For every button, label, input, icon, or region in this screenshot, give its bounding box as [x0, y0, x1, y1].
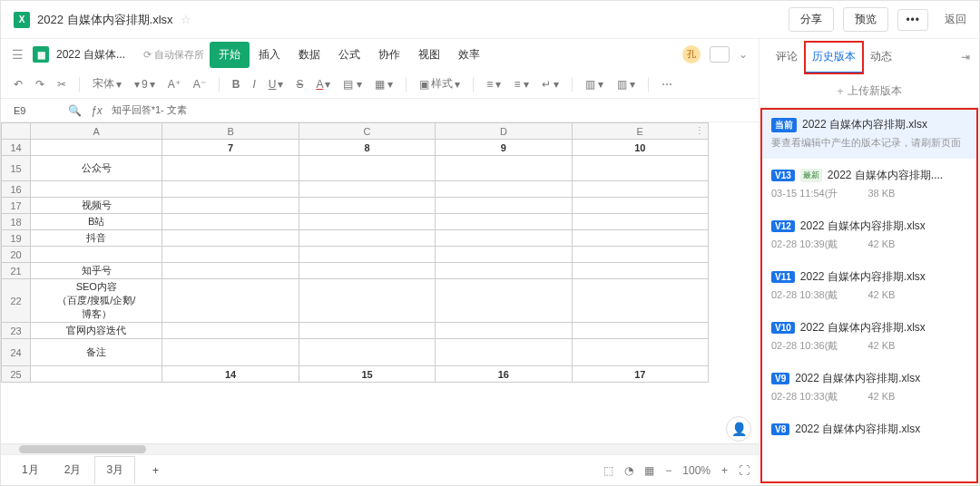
cell-17-0[interactable]: 视频号	[31, 198, 162, 214]
version-item-3[interactable]: V112022 自媒体内容排期.xlsx02-28 10:38(戴 42 KB	[760, 260, 978, 311]
panel-tab-1[interactable]: 历史版本	[805, 42, 863, 73]
horizontal-scrollbar[interactable]	[1, 443, 759, 454]
row-header-17[interactable]: 17	[2, 198, 31, 214]
cell-21-3[interactable]	[436, 263, 572, 279]
menu-item-6[interactable]: 效率	[449, 42, 489, 68]
align-left-icon[interactable]: ≡ ▾	[486, 78, 501, 91]
cell-22-2[interactable]	[299, 279, 435, 323]
status-icon-1[interactable]: ⬚	[603, 464, 613, 477]
zoom-in-icon[interactable]: +	[721, 464, 728, 477]
cell-23-3[interactable]	[436, 323, 572, 339]
cell-22-0[interactable]: SEO内容（百度/搜狐/企鹅/博客）	[31, 279, 162, 323]
row-header-24[interactable]: 24	[2, 339, 31, 366]
font-size[interactable]: ▾ 9 ▾	[134, 78, 155, 91]
row-header-14[interactable]: 14	[2, 140, 31, 156]
cell-17-3[interactable]	[436, 198, 572, 214]
cell-25-0[interactable]	[31, 366, 162, 383]
cell-14-2[interactable]: 8	[299, 140, 435, 156]
cell-20-1[interactable]	[162, 247, 299, 263]
menu-item-0[interactable]: 开始	[210, 42, 250, 68]
spreadsheet-grid[interactable]: ABCDE⋮147891015公众号1617视频号18B站19抖音2021知乎号…	[1, 122, 759, 443]
row-header-23[interactable]: 23	[2, 323, 31, 339]
version-item-1[interactable]: V13最新2022 自媒体内容排期....03-15 11:54(升 38 KB	[760, 159, 978, 209]
cell-18-1[interactable]	[162, 214, 299, 230]
zoom-out-icon[interactable]: −	[665, 464, 671, 477]
grid-icon[interactable]: ▦	[644, 464, 654, 477]
cell-18-3[interactable]	[436, 214, 572, 230]
cell-25-2[interactable]: 15	[299, 366, 435, 383]
cell-23-0[interactable]: 官网内容迭代	[31, 323, 162, 339]
cell-24-4[interactable]	[572, 339, 708, 366]
cell-14-4[interactable]: 10	[572, 140, 708, 156]
sheet-tab-0[interactable]: 1月	[10, 456, 51, 484]
search-icon[interactable]: 🔍	[68, 104, 82, 117]
align-v-icon[interactable]: ≡ ▾	[514, 78, 528, 91]
col-header-B[interactable]: B	[162, 123, 299, 140]
overflow-icon[interactable]: ⋯	[662, 78, 672, 91]
cell-17-2[interactable]	[299, 198, 435, 214]
cell-22-3[interactable]	[436, 279, 572, 323]
cell-reference[interactable]: E9	[14, 105, 59, 116]
doc-tab-name[interactable]: 2022 自媒体...	[56, 47, 125, 63]
cell-15-0[interactable]: 公众号	[31, 156, 162, 181]
increase-font-icon[interactable]: A⁺	[168, 78, 181, 91]
row-header-18[interactable]: 18	[2, 214, 31, 230]
cell-15-1[interactable]	[162, 156, 299, 181]
row-header-22[interactable]: 22	[2, 279, 31, 323]
italic-icon[interactable]: I	[252, 78, 255, 91]
cell-18-0[interactable]: B站	[31, 214, 162, 230]
cell-16-2[interactable]	[299, 181, 435, 198]
cell-20-4[interactable]	[572, 247, 708, 263]
cell-15-2[interactable]	[299, 156, 435, 181]
fullscreen-icon[interactable]: ⛶	[739, 464, 750, 477]
cell-21-2[interactable]	[299, 263, 435, 279]
menu-item-3[interactable]: 公式	[329, 42, 369, 68]
decrease-font-icon[interactable]: A⁻	[193, 78, 206, 91]
font-color-icon[interactable]: A ▾	[316, 78, 330, 91]
cell-14-3[interactable]: 9	[436, 140, 572, 156]
menu-item-4[interactable]: 协作	[369, 42, 409, 68]
cell-20-3[interactable]	[436, 247, 572, 263]
add-sheet-button[interactable]: +	[141, 458, 171, 483]
cell-16-0[interactable]	[31, 181, 162, 198]
cell-23-4[interactable]	[572, 323, 708, 339]
version-item-2[interactable]: V122022 自媒体内容排期.xlsx02-28 10:39(戴 42 KB	[760, 209, 978, 260]
cell-20-2[interactable]	[299, 247, 435, 263]
menu-item-5[interactable]: 视图	[409, 42, 449, 68]
sheet-tab-1[interactable]: 2月	[53, 456, 93, 484]
undo-icon[interactable]: ↶	[14, 78, 23, 91]
cell-15-4[interactable]	[572, 156, 708, 181]
back-link[interactable]: 返回	[945, 12, 966, 27]
fx-icon[interactable]: ƒx	[91, 104, 103, 117]
cell-21-0[interactable]: 知乎号	[31, 263, 162, 279]
cell-18-4[interactable]	[572, 214, 708, 230]
cell-16-1[interactable]	[162, 181, 299, 198]
sheet-tab-2[interactable]: 3月	[94, 456, 135, 484]
cell-19-1[interactable]	[162, 230, 299, 247]
cell-24-1[interactable]	[162, 339, 299, 366]
avatar[interactable]: 孔	[682, 45, 701, 63]
underline-icon[interactable]: U ▾	[269, 78, 284, 91]
wrap-icon[interactable]: ↵ ▾	[542, 78, 559, 91]
cell-23-1[interactable]	[162, 323, 299, 339]
menu-item-1[interactable]: 插入	[250, 42, 289, 68]
insert-icon[interactable]: ▥ ▾	[585, 78, 603, 91]
cell-18-2[interactable]	[299, 214, 435, 230]
cell-20-0[interactable]	[31, 247, 162, 263]
col-header-D[interactable]: D	[436, 123, 572, 140]
cell-22-4[interactable]	[572, 279, 708, 323]
assistant-icon[interactable]: 👤	[726, 416, 751, 442]
redo-icon[interactable]: ↷	[35, 78, 44, 91]
strike-icon[interactable]: S	[296, 78, 303, 91]
cell-14-1[interactable]: 7	[162, 140, 299, 156]
col-header-E[interactable]: E⋮	[572, 123, 708, 140]
chevron-down-icon[interactable]: ⌄	[739, 48, 748, 61]
fill-color-icon[interactable]: ▤ ▾	[343, 78, 361, 91]
cell-21-4[interactable]	[572, 263, 708, 279]
more-button[interactable]: •••	[897, 9, 928, 31]
format-painter-icon[interactable]: ✂	[57, 78, 66, 91]
version-item-6[interactable]: V82022 自媒体内容排期.xlsx	[760, 413, 978, 446]
panel-tab-0[interactable]: 评论	[769, 42, 805, 73]
history-icon[interactable]	[710, 46, 730, 63]
cell-21-1[interactable]	[162, 263, 299, 279]
